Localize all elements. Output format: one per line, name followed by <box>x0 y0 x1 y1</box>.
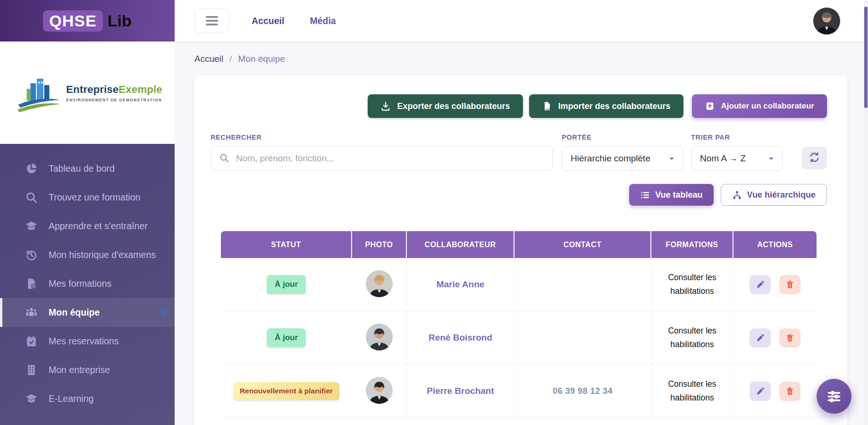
sitemap-icon <box>732 190 742 200</box>
edit-button[interactable] <box>750 382 771 401</box>
sidebar-item-mon-quipe[interactable]: Mon équipe <box>0 298 175 327</box>
sidebar: QHSE Lib EntrepriseExemple ENVIRONNEMENT <box>0 0 175 425</box>
sidebar-item-label: E-Learning <box>49 393 93 404</box>
team-card: Exporter des collaborateurs csv Importer… <box>194 75 847 425</box>
file-check-icon <box>25 277 38 290</box>
header-formations: FORMATIONS <box>651 231 733 258</box>
chevron-down-icon <box>667 154 676 163</box>
sidebar-item-mon-historique-d-examens[interactable]: Mon historique d'examens <box>0 241 175 269</box>
breadcrumb: Accueil / Mon équipe <box>194 53 847 65</box>
notification-dot <box>161 310 166 315</box>
consult-habilitations-link[interactable]: Consulter les habilitations <box>663 377 722 405</box>
trash-icon <box>785 387 794 396</box>
sidebar-item-mes-formations[interactable]: Mes formations <box>0 269 175 298</box>
add-label: Ajouter un collaborateur <box>721 101 814 111</box>
breadcrumb-separator: / <box>229 54 232 64</box>
collaborator-name[interactable]: René Boisrond <box>429 333 492 342</box>
scrollbar-thumb[interactable] <box>864 7 868 108</box>
calendar-check-icon <box>25 335 38 348</box>
consult-habilitations-link[interactable]: Consulter les habilitations <box>663 271 722 298</box>
collaborator-name[interactable]: Marie Anne <box>437 279 485 289</box>
nav-media[interactable]: Média <box>310 16 336 26</box>
filters-row: RECHERCHER PORTÉE Hiérarchie complète <box>211 133 827 171</box>
chevron-down-icon <box>767 154 776 163</box>
company-text: EntrepriseExemple ENVIRONNEMENT DE DEMON… <box>66 83 162 102</box>
table-view-label: Vue tableau <box>655 190 702 200</box>
consult-habilitations-link[interactable]: Consulter les habilitations <box>663 324 722 351</box>
table-row: À jourMarie AnneConsulter les habilitati… <box>221 258 817 311</box>
collaborator-contact: 06 39 98 12 34 <box>553 386 613 396</box>
app-logo: QHSE Lib <box>0 0 175 42</box>
sidebar-item-label: Mes reservations <box>49 336 118 347</box>
plus-square-icon <box>705 101 715 111</box>
topbar: Accueil Média <box>175 0 868 42</box>
status-badge: Renouvellement à planifier <box>233 382 339 400</box>
menu-toggle-button[interactable] <box>194 8 229 33</box>
edit-button[interactable] <box>750 275 771 294</box>
building-icon <box>25 364 38 376</box>
header-collaborateur: COLLABORATEUR <box>407 231 514 258</box>
search-input[interactable] <box>211 146 553 171</box>
collaborator-name[interactable]: Pierre Brochant <box>427 386 494 396</box>
history-icon <box>25 249 38 261</box>
sidebar-item-trouvez-une-formation[interactable]: Trouvez une formation <box>0 183 175 212</box>
sidebar-item-label: Tableau de bord <box>49 163 115 174</box>
company-name: EntrepriseExemple <box>66 83 162 96</box>
delete-button[interactable] <box>779 275 801 294</box>
delete-button[interactable] <box>779 382 801 401</box>
export-collaborators-button[interactable]: Exporter des collaborateurs <box>368 94 522 118</box>
hierarchy-view-label: Vue hiérarchique <box>747 190 816 200</box>
sidebar-item-apprendre-et-s-entra-ner[interactable]: Apprendre et s'entraîner <box>0 212 175 241</box>
sidebar-item-label: Mes formations <box>49 278 111 289</box>
sliders-icon <box>825 387 843 406</box>
table-row: À jourRené BoisrondConsulter les habilit… <box>221 311 817 365</box>
pencil-icon <box>756 333 765 342</box>
sort-label: TRIER PAR <box>691 133 783 141</box>
trash-icon <box>785 280 794 289</box>
sidebar-item-tableau-de-bord[interactable]: Tableau de bord <box>0 154 175 183</box>
view-toggle: Vue tableau Vue hiérarchique <box>211 184 827 206</box>
sidebar-item-label: Mon entreprise <box>49 365 110 375</box>
trash-icon <box>785 333 794 342</box>
team-table: STATUT PHOTO COLLABORATEUR CONTACT FORMA… <box>221 231 817 418</box>
app-root: QHSE Lib EntrepriseExemple ENVIRONNEMENT <box>0 0 868 425</box>
page-content: Accueil / Mon équipe Exporter des collab… <box>175 42 868 425</box>
svg-text:csv: csv <box>545 108 550 110</box>
user-avatar[interactable] <box>813 8 840 34</box>
table-view-button[interactable]: Vue tableau <box>629 184 713 206</box>
team-icon <box>25 306 38 319</box>
scope-label: PORTÉE <box>562 133 683 141</box>
collaborator-photo <box>366 324 393 350</box>
sidebar-item-label: Mon équipe <box>49 307 100 318</box>
nav-accueil[interactable]: Accueil <box>252 16 284 26</box>
sidebar-item-mes-reservations[interactable]: Mes reservations <box>0 327 175 356</box>
sort-value: Nom A → Z <box>700 153 746 164</box>
sidebar-menu: Tableau de bordTrouvez une formationAppr… <box>0 144 175 425</box>
scrollbar[interactable] <box>864 0 868 425</box>
edit-button[interactable] <box>750 328 771 348</box>
header-photo: PHOTO <box>352 231 407 258</box>
header-actions: ACTIONS <box>733 231 817 258</box>
pie-chart-icon <box>25 162 38 175</box>
graduation-cap-icon <box>25 220 38 233</box>
refresh-icon <box>809 151 820 165</box>
list-icon <box>640 190 650 200</box>
search-label: RECHERCHER <box>211 133 553 141</box>
import-collaborators-button[interactable]: csv Importer des collaborateurs <box>529 94 683 118</box>
delete-button[interactable] <box>779 328 801 348</box>
refresh-button[interactable] <box>802 147 827 169</box>
breadcrumb-home[interactable]: Accueil <box>194 54 223 64</box>
filters-fab[interactable] <box>817 379 851 414</box>
hierarchy-view-button[interactable]: Vue hiérarchique <box>721 184 827 206</box>
pencil-icon <box>756 280 765 289</box>
download-icon <box>380 101 391 111</box>
scope-select[interactable]: Hiérarchie complète <box>562 146 683 171</box>
file-csv-icon: csv <box>542 101 552 111</box>
sidebar-item-e-learning[interactable]: E-Learning <box>0 384 175 413</box>
header-statut: STATUT <box>221 231 352 258</box>
status-badge: À jour <box>267 328 306 347</box>
add-collaborator-button[interactable]: Ajouter un collaborateur <box>692 94 827 118</box>
sort-select[interactable]: Nom A → Z <box>691 146 783 171</box>
sidebar-item-mon-entreprise[interactable]: Mon entreprise <box>0 356 175 384</box>
table-header-row: STATUT PHOTO COLLABORATEUR CONTACT FORMA… <box>221 231 817 258</box>
